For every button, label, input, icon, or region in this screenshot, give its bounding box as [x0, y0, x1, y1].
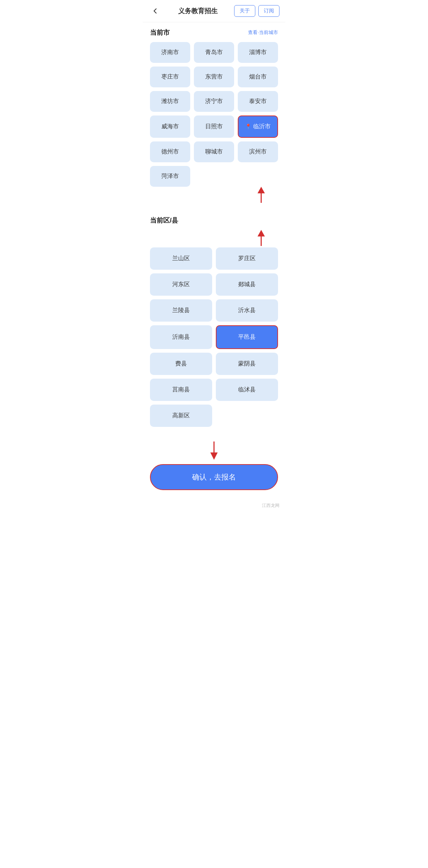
back-button[interactable]	[149, 4, 162, 18]
district-button[interactable]: 兰陵县	[150, 299, 212, 322]
district-button[interactable]: 兰山区	[150, 247, 212, 270]
city-button[interactable]: 青岛市	[194, 42, 234, 63]
city-button[interactable]: 淄博市	[238, 42, 278, 63]
city-button[interactable]: 威海市	[150, 115, 190, 138]
subscribe-button[interactable]: 订阅	[258, 5, 279, 17]
city-button[interactable]: 聊城市	[194, 141, 234, 162]
district-button[interactable]: 河东区	[150, 273, 212, 296]
district-button[interactable]: 临沭县	[216, 379, 278, 401]
city-button[interactable]: 济南市	[150, 42, 190, 63]
city-button[interactable]: 泰安市	[238, 91, 278, 112]
confirm-button[interactable]: 确认，去报名	[150, 464, 278, 490]
district-button[interactable]: 沂水县	[216, 299, 278, 322]
city-section-title: 当前市	[150, 28, 170, 37]
city-button[interactable]: 济宁市	[194, 91, 234, 112]
district-button[interactable]: 郯城县	[216, 273, 278, 296]
header: 义务教育招生 关于 订阅	[143, 0, 285, 22]
arrow-to-pingyi	[150, 230, 278, 246]
city-grid: 济南市青岛市淄博市枣庄市东营市烟台市潍坊市济宁市泰安市威海市日照市📍 临沂市德州…	[150, 42, 278, 187]
city-button[interactable]: 德州市	[150, 141, 190, 162]
watermark: 江西龙网	[143, 501, 285, 512]
district-button[interactable]: 沂南县	[150, 325, 212, 349]
city-section: 当前市 查看·当前城市 济南市青岛市淄博市枣庄市东营市烟台市潍坊市济宁市泰安市威…	[143, 22, 285, 210]
header-actions: 关于 订阅	[234, 5, 279, 17]
arrow-to-confirm	[207, 441, 221, 460]
district-grid: 兰山区罗庄区河东区郯城县兰陵县沂水县沂南县平邑县费县蒙阴县莒南县临沭县高新区	[150, 247, 278, 427]
svg-marker-1	[258, 187, 265, 193]
city-button[interactable]: 菏泽市	[150, 166, 190, 187]
arrow-to-linyi	[150, 187, 278, 203]
city-section-link[interactable]: 查看·当前城市	[248, 29, 278, 36]
city-section-header: 当前市 查看·当前城市	[150, 28, 278, 37]
city-button[interactable]: 东营市	[194, 67, 234, 87]
city-button[interactable]: 烟台市	[238, 67, 278, 87]
district-section-title: 当前区/县	[150, 216, 278, 225]
svg-marker-3	[258, 230, 265, 236]
city-button[interactable]: 枣庄市	[150, 67, 190, 87]
city-button[interactable]: 潍坊市	[150, 91, 190, 112]
about-button[interactable]: 关于	[234, 5, 255, 17]
district-button[interactable]: 莒南县	[150, 379, 212, 401]
district-button[interactable]: 平邑县	[216, 325, 278, 349]
confirm-area: 确认，去报名	[143, 436, 285, 501]
district-button[interactable]: 费县	[150, 353, 212, 375]
district-button[interactable]: 蒙阴县	[216, 353, 278, 375]
district-button[interactable]: 罗庄区	[216, 247, 278, 270]
page-title: 义务教育招生	[178, 7, 218, 15]
city-button[interactable]: 📍 临沂市	[238, 115, 278, 138]
city-button[interactable]: 日照市	[194, 115, 234, 138]
city-button[interactable]: 滨州市	[238, 141, 278, 162]
district-section: 当前区/县 兰山区罗庄区河东区郯城县兰陵县沂水县沂南县平邑县费县蒙阴县莒南县临沭…	[143, 210, 285, 436]
district-button[interactable]: 高新区	[150, 405, 212, 427]
svg-marker-5	[210, 452, 218, 460]
